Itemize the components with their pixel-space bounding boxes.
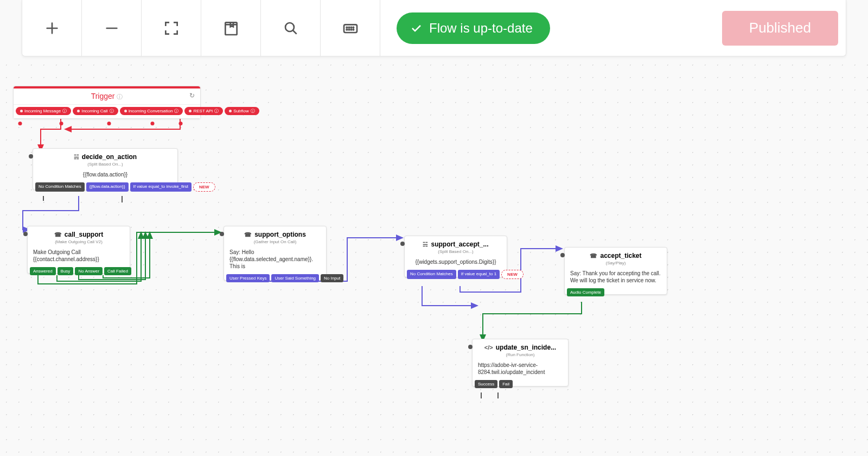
search-button[interactable] (261, 0, 321, 56)
trigger-widget[interactable]: Trigger ⓘ ↻ Incoming Messageⓘ Incoming C… (13, 86, 201, 119)
svg-point-7 (346, 29, 347, 30)
svg-point-3 (346, 27, 347, 28)
check-icon (410, 22, 423, 35)
out-new[interactable]: NEW (193, 182, 215, 192)
flow-status-badge: Flow is up-to-date (397, 12, 550, 44)
out-pressed-keys[interactable]: User Pressed Keys (226, 274, 270, 282)
widget-title: support_options (254, 231, 306, 238)
book-icon (222, 20, 240, 37)
widget-support-accept[interactable]: ☵support_accept_... (Split Based On...) … (404, 236, 507, 277)
code-icon: </> (484, 344, 493, 351)
out-said-something[interactable]: User Said Something (271, 274, 319, 282)
widget-title: call_support (65, 231, 103, 238)
fullscreen-icon (163, 20, 180, 37)
search-icon (282, 20, 299, 37)
trigger-pill-rest-api[interactable]: REST APIⓘ (184, 107, 223, 115)
widget-title: support_accept_... (431, 240, 488, 248)
trigger-title-label: Trigger (91, 92, 115, 100)
info-icon: ⓘ (117, 93, 123, 100)
trigger-pill-incoming-call[interactable]: Incoming Callⓘ (73, 107, 118, 115)
out-audio-complete[interactable]: Audio Complete (567, 288, 604, 296)
fit-screen-button[interactable] (142, 0, 201, 56)
trigger-pill-incoming-conversation[interactable]: Incoming Conversationⓘ (120, 107, 183, 115)
widget-call-support[interactable]: ☎call_support (Make Outgoing Call V2) Ma… (27, 226, 130, 274)
keyboard-button[interactable] (321, 0, 380, 56)
trigger-pill-subflow[interactable]: Subflowⓘ (225, 107, 259, 115)
widget-subtitle: (Run Function) (473, 352, 568, 359)
widget-body: Say: Thank you for accepting the call. W… (565, 268, 667, 288)
phone-icon: ☎ (244, 231, 252, 238)
widget-support-options[interactable]: ☎support_options (Gather Input On Call) … (224, 226, 327, 281)
svg-rect-2 (344, 24, 357, 33)
zoom-in-button[interactable] (22, 0, 82, 56)
widget-subtitle: (Make Outgoing Call V2) (28, 239, 130, 246)
widget-update-sn-incident[interactable]: </>update_sn_incide... (Run Function) ht… (472, 339, 569, 387)
out-flow-action[interactable]: {{flow.data.action}} (86, 182, 129, 192)
out-no-condition[interactable]: No Condition Matches (35, 182, 85, 192)
out-new[interactable]: NEW (501, 270, 524, 279)
publish-label: Published (749, 20, 811, 36)
svg-point-6 (353, 27, 354, 28)
out-no-input[interactable]: No Input (321, 274, 343, 282)
widget-subtitle: (Say/Play) (565, 261, 667, 268)
widget-subtitle: (Split Based On...) (405, 249, 507, 256)
svg-point-9 (350, 29, 352, 30)
out-call-failed[interactable]: Call Failed (104, 267, 131, 275)
out-busy[interactable]: Busy (58, 267, 74, 275)
widget-body: {{flow.data.action}} (33, 169, 177, 182)
minus-icon (103, 20, 120, 37)
out-if-equal[interactable]: If value equal_to invoke_first (130, 182, 192, 192)
widget-subtitle: (Gather Input On Call) (224, 239, 326, 246)
keyboard-icon (342, 20, 359, 37)
widget-body: {{widgets.support_options.Digits}} (405, 256, 507, 270)
plus-icon (43, 20, 61, 37)
phone-icon: ☎ (54, 231, 62, 238)
split-icon: ☵ (74, 154, 79, 161)
widget-title: update_sn_incide... (496, 344, 556, 351)
widget-body: Say: Hello {{flow.data.selected_agent.na… (224, 246, 326, 274)
widget-title: accept_ticket (600, 252, 641, 259)
share-icon[interactable]: ↻ (189, 92, 195, 99)
svg-point-5 (350, 27, 352, 28)
library-button[interactable] (201, 0, 261, 56)
out-no-answer[interactable]: No Answer (75, 267, 103, 275)
out-success[interactable]: Success (475, 380, 497, 388)
toolbar: Flow is up-to-date Published (22, 0, 846, 56)
out-answered[interactable]: Answered (30, 267, 56, 275)
widget-subtitle: (Split Based On...) (33, 162, 177, 169)
split-icon: ☵ (423, 241, 428, 248)
out-fail[interactable]: Fail (499, 380, 513, 388)
out-if-equal[interactable]: If value equal_to 1 (458, 270, 500, 279)
widget-body: Make Outgoing Call {{contact.channel.add… (28, 246, 130, 267)
svg-point-4 (348, 27, 349, 28)
svg-point-1 (285, 23, 294, 31)
flow-canvas[interactable]: Trigger ⓘ ↻ Incoming Messageⓘ Incoming C… (0, 59, 868, 456)
out-no-condition[interactable]: No Condition Matches (407, 270, 456, 279)
widget-body: https://adobe-ivr-service-8284.twil.io/u… (473, 359, 568, 380)
widget-title: decide_on_action (82, 153, 137, 161)
publish-button[interactable]: Published (722, 11, 838, 46)
svg-point-8 (348, 29, 349, 30)
flow-status-label: Flow is up-to-date (429, 21, 533, 36)
svg-point-10 (353, 29, 354, 30)
zoom-out-button[interactable] (82, 0, 142, 56)
phone-icon: ☎ (590, 252, 597, 259)
widget-accept-ticket[interactable]: ☎accept_ticket (Say/Play) Say: Thank you… (564, 247, 667, 295)
widget-decide-on-action[interactable]: ☵decide_on_action (Split Based On...) {{… (33, 148, 178, 190)
trigger-pill-incoming-message[interactable]: Incoming Messageⓘ (16, 107, 71, 115)
